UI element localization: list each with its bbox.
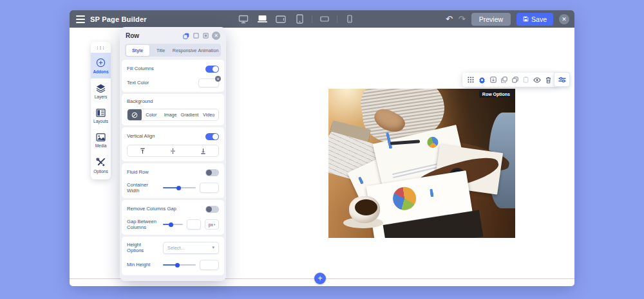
tab-responsive[interactable]: Responsive xyxy=(173,45,197,56)
background-label: Background xyxy=(127,98,153,104)
mobile-landscape-icon[interactable] xyxy=(318,13,331,26)
app-title: SP Page Builder xyxy=(90,15,147,23)
card-background: Background Color Image Gradient Video xyxy=(122,94,224,125)
undo-icon[interactable]: ↶ xyxy=(446,15,453,23)
text-color-input[interactable]: ✕ xyxy=(198,78,219,87)
image-icon xyxy=(96,133,106,141)
text-color-label: Text Color xyxy=(127,80,149,86)
save-label: Save xyxy=(531,15,547,23)
redo-icon[interactable]: ↷ xyxy=(459,15,466,23)
background-option-video[interactable]: Video xyxy=(199,112,218,118)
gap-unit-select[interactable]: px ▾ xyxy=(205,219,219,230)
card-height: Height Options Select... ▾ Min Height xyxy=(122,237,224,275)
layers-icon xyxy=(96,84,106,93)
layout-icon xyxy=(96,109,106,117)
sidebar-item-media[interactable]: Media xyxy=(91,128,111,152)
container-width-input[interactable] xyxy=(200,183,219,193)
height-options-select[interactable]: Select... ▾ xyxy=(163,242,219,254)
sidebar-item-label: Addons xyxy=(93,69,108,74)
tablet-landscape-icon[interactable] xyxy=(274,13,287,26)
gap-unit-label: px xyxy=(209,222,213,227)
clear-color-icon[interactable]: ✕ xyxy=(215,76,221,82)
fill-columns-label: Fill Columns xyxy=(127,66,154,71)
mobile-portrait-icon[interactable] xyxy=(343,13,356,26)
container-width-label: Container Width xyxy=(127,182,159,194)
background-option-color[interactable]: Color xyxy=(142,112,161,118)
vertical-align-label: Vertical Align xyxy=(127,133,155,139)
sidebar-item-layers[interactable]: Layers xyxy=(91,78,111,104)
chevron-down-icon: ▾ xyxy=(214,222,216,226)
fluid-row-toggle[interactable] xyxy=(205,169,219,176)
copy-icon[interactable] xyxy=(501,77,507,83)
collapse-icon[interactable] xyxy=(193,33,199,39)
height-options-label: Height Options xyxy=(127,242,159,254)
fluid-row-label: Fluid Row xyxy=(127,169,149,175)
vertical-align-options xyxy=(127,145,219,157)
gap-between-columns-input[interactable] xyxy=(187,219,201,230)
remove-columns-gap-toggle[interactable] xyxy=(205,206,219,213)
card-fluid-row: Fluid Row Container Width xyxy=(122,163,224,198)
background-option-image[interactable]: Image xyxy=(161,112,180,118)
container-width-slider[interactable] xyxy=(163,184,196,192)
sidebar-item-layouts[interactable]: Layouts xyxy=(91,104,111,128)
interface-sliders-icon[interactable] xyxy=(554,72,570,87)
sidebar-item-label: Media xyxy=(95,143,107,148)
gear-icon[interactable] xyxy=(478,77,486,84)
addons-sidebar: Addons Layers Layouts Media Options xyxy=(91,42,111,179)
tools-icon xyxy=(96,158,106,167)
align-bottom-icon[interactable] xyxy=(188,148,218,154)
duplicate-icon[interactable] xyxy=(183,33,189,39)
tablet-portrait-icon[interactable] xyxy=(293,13,306,26)
desktop-icon[interactable] xyxy=(237,13,250,26)
row-options-tooltip: Row Options xyxy=(479,90,513,98)
close-icon[interactable]: ✕ xyxy=(212,32,220,40)
laptop-icon[interactable] xyxy=(256,13,269,26)
tab-title[interactable]: Title xyxy=(149,45,173,56)
floppy-icon xyxy=(523,16,529,22)
background-none-icon[interactable] xyxy=(128,109,142,121)
background-type-selector: Color Image Gradient Video xyxy=(127,109,219,121)
row-image-content[interactable]: Row Options xyxy=(328,89,515,238)
min-height-slider[interactable] xyxy=(163,261,196,269)
row-settings-panel: Row ✕ Style Title Responsive Animation F… xyxy=(120,27,226,281)
expand-icon[interactable] xyxy=(202,33,209,39)
sidebar-item-label: Options xyxy=(93,169,108,174)
divider xyxy=(337,15,337,23)
sidebar-item-options[interactable]: Options xyxy=(91,152,111,178)
tab-style[interactable]: Style xyxy=(126,45,149,56)
sidebar-item-addons[interactable]: Addons xyxy=(91,53,111,78)
add-row-button[interactable]: + xyxy=(314,273,326,284)
remove-columns-gap-label: Remove Columns Gap xyxy=(127,206,176,212)
fill-columns-toggle[interactable] xyxy=(205,66,219,73)
min-height-input[interactable] xyxy=(200,260,219,270)
background-option-gradient[interactable]: Gradient xyxy=(180,112,200,118)
card-vertical-align: Vertical Align xyxy=(122,127,224,161)
gap-between-columns-slider[interactable] xyxy=(163,221,183,228)
eye-icon[interactable] xyxy=(533,77,541,83)
save-addon-icon[interactable] xyxy=(490,77,497,83)
chevron-down-icon: ▾ xyxy=(212,245,214,250)
trash-icon[interactable] xyxy=(545,77,551,84)
save-button[interactable]: Save xyxy=(516,13,553,26)
hamburger-menu-icon[interactable] xyxy=(71,10,90,28)
gap-between-columns-label: Gap Between Columns xyxy=(127,219,159,231)
drag-handle-icon[interactable] xyxy=(91,44,111,53)
height-options-placeholder: Select... xyxy=(167,245,185,251)
tab-animation[interactable]: Animation xyxy=(196,45,220,56)
preview-button[interactable]: Preview xyxy=(471,13,511,26)
paste-icon[interactable] xyxy=(523,77,529,83)
panel-tabs: Style Title Responsive Animation xyxy=(125,44,221,57)
drag-icon[interactable] xyxy=(468,77,474,83)
align-middle-icon[interactable] xyxy=(158,148,188,154)
top-bar: SP Page Builder ↶ ↷ xyxy=(70,10,574,28)
divider xyxy=(312,15,312,23)
device-preview-switcher xyxy=(237,10,356,28)
card-columns-gap: Remove Columns Gap Gap Between Columns p… xyxy=(122,200,224,235)
row-options-toolbar xyxy=(462,73,557,87)
vertical-align-toggle[interactable] xyxy=(205,133,219,140)
align-top-icon[interactable] xyxy=(128,148,158,154)
photo-coffee xyxy=(355,199,377,215)
duplicate-icon[interactable] xyxy=(512,77,518,83)
close-icon[interactable]: ✕ xyxy=(559,14,569,24)
min-height-label: Min Height xyxy=(127,262,159,267)
